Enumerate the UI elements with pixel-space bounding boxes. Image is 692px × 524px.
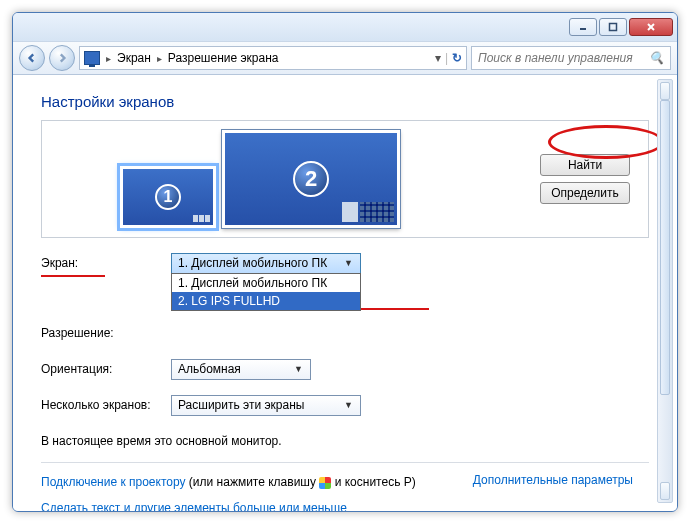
scrollbar[interactable] (657, 79, 673, 503)
monitor-number: 1 (155, 184, 181, 210)
display-label: Экран: (41, 256, 171, 270)
select-value: Альбомная (178, 362, 241, 376)
chevron-down-icon: ▼ (341, 258, 356, 268)
monitor-2[interactable]: 2 (222, 130, 400, 228)
multi-label: Несколько экранов: (41, 398, 171, 412)
breadcrumb-sep (157, 51, 162, 65)
select-value: Расширить эти экраны (178, 398, 304, 412)
svg-rect-1 (610, 24, 617, 31)
refresh-icon[interactable]: ↻ (452, 51, 462, 65)
address-bar[interactable]: Экран Разрешение экрана ▾ | ↻ (79, 46, 467, 70)
select-value: 1. Дисплей мобильного ПК (178, 256, 327, 270)
search-placeholder: Поиск в панели управления (478, 51, 633, 65)
orientation-label: Ориентация: (41, 362, 171, 376)
monitor-preview: 1 2 Найти Определить (41, 120, 649, 238)
orientation-row: Ориентация: Альбомная ▼ (41, 358, 649, 380)
annotation-underline (361, 308, 429, 310)
maximize-button[interactable] (599, 18, 627, 36)
projector-hint: (или нажмите клавишу (189, 475, 320, 489)
advanced-link[interactable]: Дополнительные параметры (473, 473, 633, 487)
taskbar-icon (342, 202, 394, 222)
taskbar-icon (193, 215, 210, 222)
dropdown-arrow-icon[interactable]: ▾ (435, 51, 441, 65)
monitor-number: 2 (293, 161, 329, 197)
dropdown-option[interactable]: 1. Дисплей мобильного ПК (172, 274, 360, 292)
scroll-thumb[interactable] (660, 100, 670, 395)
search-icon[interactable]: 🔍 (649, 51, 664, 65)
search-input[interactable]: Поиск в панели управления 🔍 (471, 46, 671, 70)
minimize-button[interactable] (569, 18, 597, 36)
breadcrumb-sep (106, 51, 111, 65)
close-button[interactable] (629, 18, 673, 36)
display-dropdown[interactable]: 1. Дисплей мобильного ПК 2. LG IPS FULLH… (171, 273, 361, 311)
windows-key-icon (319, 477, 331, 489)
annotation-underline (41, 275, 105, 277)
multi-select[interactable]: Расширить эти экраны ▼ (171, 395, 361, 416)
navbar: Экран Разрешение экрана ▾ | ↻ Поиск в па… (13, 41, 677, 75)
orientation-select[interactable]: Альбомная ▼ (171, 359, 311, 380)
primary-monitor-text: В настоящее время это основной монитор. (41, 434, 649, 448)
breadcrumb-item[interactable]: Разрешение экрана (168, 51, 279, 65)
separator (41, 462, 649, 463)
find-button[interactable]: Найти (540, 154, 630, 176)
multi-row: Несколько экранов: Расширить эти экраны … (41, 394, 649, 416)
forward-button[interactable] (49, 45, 75, 71)
dropdown-option[interactable]: 2. LG IPS FULLHD (172, 292, 360, 310)
textsize-link[interactable]: Сделать текст и другие элементы больше и… (41, 501, 347, 511)
breadcrumb-item[interactable]: Экран (117, 51, 151, 65)
projector-link[interactable]: Подключение к проектору (41, 475, 186, 489)
display-row: Экран: 1. Дисплей мобильного ПК ▼ 1. Дис… (41, 252, 649, 274)
content-area: Настройки экранов 1 2 Найти Определить Э… (13, 75, 677, 511)
chevron-down-icon: ▼ (341, 400, 356, 410)
identify-button[interactable]: Определить (540, 182, 630, 204)
resolution-label: Разрешение: (41, 326, 171, 340)
display-select[interactable]: 1. Дисплей мобильного ПК ▼ (171, 253, 361, 274)
projector-hint: и коснитесь P) (335, 475, 416, 489)
resolution-row: Разрешение: (41, 322, 649, 344)
chevron-down-icon: ▼ (291, 364, 306, 374)
page-title: Настройки экранов (41, 93, 649, 110)
monitor-1[interactable]: 1 (120, 166, 216, 228)
control-panel-window: Экран Разрешение экрана ▾ | ↻ Поиск в па… (12, 12, 678, 512)
back-button[interactable] (19, 45, 45, 71)
titlebar (13, 13, 677, 41)
display-icon (84, 51, 100, 65)
